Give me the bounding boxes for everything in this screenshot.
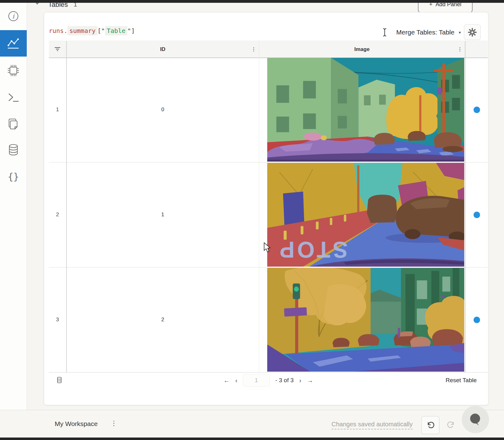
segmentation-image-2: STOP (267, 163, 464, 267)
rows-count-icon[interactable] (57, 377, 62, 383)
terminal-icon[interactable] (0, 91, 27, 104)
copy-icon[interactable] (0, 117, 27, 131)
gear-icon (468, 28, 477, 37)
merge-tables-dropdown[interactable]: Merge Tables: Table (396, 29, 454, 36)
column-header-extra (465, 41, 488, 57)
cell-image[interactable] (259, 267, 465, 372)
svg-text:i: i (12, 12, 15, 20)
run-color-dot (474, 107, 480, 113)
filter-cell[interactable] (49, 41, 67, 57)
query-method: summary (67, 26, 97, 35)
query-key: Table (105, 26, 127, 35)
page-range-label: - 3 of 3 (275, 377, 294, 384)
segmentation-image-1 (267, 58, 464, 162)
cell-row-select[interactable] (465, 267, 488, 372)
cell-row-select[interactable] (465, 57, 488, 162)
cell-id: 0 (67, 57, 259, 162)
first-page-button[interactable]: ← (223, 377, 230, 384)
svg-text:STOP: STOP (277, 236, 348, 262)
cell-id: 2 (67, 267, 259, 372)
chip-icon[interactable] (0, 64, 27, 77)
workspace-title[interactable]: My Workspace (55, 420, 98, 428)
row-number: 2 (49, 162, 67, 267)
cell-image[interactable]: STOP (259, 162, 465, 267)
browser-top-strip (0, 0, 504, 3)
text-cursor-icon (383, 28, 387, 37)
chat-button[interactable] (462, 406, 489, 433)
table-row: 1 0 (49, 57, 488, 163)
table-panel: runs.summary["Table"] Merge Tables: Tabl… (44, 12, 488, 405)
workspace-bar: My Workspace ⋮ Changes saved automatical… (0, 410, 504, 438)
row-number: 1 (49, 57, 67, 162)
column-menu-icon[interactable]: ⋮ (457, 47, 462, 52)
info-icon[interactable]: i (0, 10, 27, 22)
left-sidebar: i (0, 3, 27, 438)
reset-table-button[interactable]: Reset Table (446, 377, 477, 384)
column-header-image[interactable]: Image ⋮ (259, 41, 465, 57)
undo-icon (426, 421, 435, 429)
run-color-dot (474, 317, 480, 323)
chevron-down-icon[interactable]: ▾ (459, 30, 461, 35)
sidebar-item-charts[interactable] (0, 30, 27, 57)
column-header-id[interactable]: ID ⋮ (67, 41, 259, 57)
chat-bubble-icon (468, 412, 483, 427)
run-color-dot (474, 212, 480, 218)
cell-row-select[interactable] (465, 162, 488, 267)
row-number: 3 (49, 267, 67, 372)
redo-button[interactable] (442, 416, 460, 433)
mouse-cursor (263, 242, 272, 253)
redo-icon (447, 420, 456, 429)
chart-icon (6, 37, 21, 50)
query-obj: runs (49, 27, 64, 34)
undo-button[interactable] (421, 416, 439, 434)
table-footer: ← ‹ 1 - 3 of 3 › → Reset Table (49, 372, 488, 388)
prev-page-button[interactable]: ‹ (235, 377, 237, 384)
svg-text:{}: {} (8, 171, 19, 182)
segmentation-image-3 (267, 268, 464, 372)
next-page-button[interactable]: › (299, 377, 301, 384)
cell-id: 1 (67, 162, 259, 267)
table-header-row: ID ⋮ Image ⋮ (49, 41, 488, 58)
panel-settings-button[interactable] (464, 24, 481, 40)
workspace-menu-icon[interactable]: ⋮ (111, 419, 117, 427)
last-page-button[interactable]: → (307, 377, 313, 384)
cell-image[interactable] (259, 57, 465, 162)
page-number-input[interactable]: 1 (243, 374, 270, 387)
autosave-status: Changes saved automatically (332, 421, 413, 429)
filter-icon (54, 47, 61, 52)
pagination: ← ‹ 1 - 3 of 3 › → (223, 374, 313, 387)
column-menu-icon[interactable]: ⋮ (251, 47, 256, 52)
braces-icon[interactable]: {} (0, 170, 27, 184)
panel-query[interactable]: runs.summary["Table"] (49, 27, 135, 34)
browser-bottom-strip (0, 438, 504, 440)
database-icon[interactable] (0, 143, 27, 156)
table-row: 3 2 (49, 267, 488, 372)
